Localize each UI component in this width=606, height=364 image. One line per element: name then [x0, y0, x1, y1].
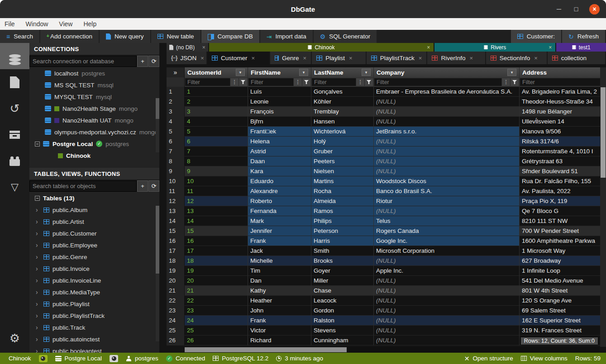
grid-cell-last[interactable]: Peterson	[311, 226, 374, 236]
grid-cell-id[interactable]: 20	[185, 276, 248, 286]
table-item-public-genre[interactable]: ›public.Genre	[29, 251, 159, 263]
status-theme[interactable]	[110, 355, 118, 362]
table-item-public-customer[interactable]: ›public.Customer	[29, 227, 159, 239]
row-number[interactable]: 1	[167, 87, 185, 97]
grid-cell-address[interactable]: Ullevĺlsveien 14	[520, 117, 606, 127]
grid-cell-company[interactable]: (NULL)	[374, 147, 520, 156]
close-icon[interactable]: ×	[549, 44, 552, 51]
grid-cell-company[interactable]: Microsoft Corporation	[374, 246, 520, 256]
grid-cell-last[interactable]: Harris	[311, 236, 374, 246]
tab-close-icon[interactable]: ×	[252, 55, 255, 61]
filter-funnel-button[interactable]	[302, 78, 310, 86]
grid-cell-last[interactable]: Rocha	[311, 186, 374, 196]
row-number[interactable]: 21	[167, 286, 185, 296]
row-number[interactable]: 9	[167, 166, 185, 176]
grid-cell-id[interactable]: 15	[185, 226, 248, 236]
grid-cell-last[interactable]: Hansen	[311, 117, 374, 127]
row-number[interactable]: 15	[167, 226, 185, 236]
column-dropdown-icon[interactable]: ▾	[299, 69, 308, 76]
tables-scrollbar[interactable]	[156, 206, 159, 341]
sidebar-item-connections[interactable]	[0, 43, 29, 69]
grid-cell-company[interactable]: (NULL)	[374, 286, 520, 296]
row-number[interactable]: 4	[167, 117, 185, 127]
connection-item-chinook[interactable]: Chinook	[29, 150, 159, 161]
status-view-columns[interactable]: View columns	[521, 355, 568, 362]
grid-cell-company[interactable]: Riotur	[374, 196, 520, 206]
grid-cell-first[interactable]: Dan	[248, 276, 311, 286]
tab-genre[interactable]: Genre×	[270, 52, 312, 64]
table-item-public-employee[interactable]: ›public.Employee	[29, 239, 159, 251]
grid-cell-address[interactable]: 1498 rue Bélanger	[520, 107, 606, 117]
row-number[interactable]: 2	[167, 97, 185, 107]
row-number[interactable]: 16	[167, 236, 185, 246]
grid-cell-company[interactable]: Embraer - Empresa Brasileira de Aeronáut…	[374, 87, 520, 97]
grid-cell-first[interactable]: Astrid	[248, 147, 311, 156]
grid-cell-id[interactable]: 24	[185, 316, 248, 326]
column-header-customerid[interactable]: CustomerId▾	[185, 67, 248, 77]
menu-item-view[interactable]: View	[59, 20, 72, 28]
grid-cell-first[interactable]: Helena	[248, 137, 311, 147]
grid-cell-company[interactable]: Telus	[374, 216, 520, 226]
sidebar-item-plugins[interactable]	[0, 148, 29, 174]
grid-cell-address[interactable]: 541 Del Medio Avenue	[520, 276, 606, 286]
sidebar-item-archive[interactable]	[0, 122, 29, 148]
tables-search-input[interactable]	[29, 180, 137, 192]
grid-cell-company[interactable]: (NULL)	[374, 296, 520, 306]
grid-cell-first[interactable]: Eduardo	[248, 176, 311, 186]
row-number[interactable]: 8	[167, 156, 185, 166]
grid-cell-first[interactable]: Jennifer	[248, 226, 311, 236]
grid-cell-first[interactable]: Kathy	[248, 286, 311, 296]
grid-cell-first[interactable]: John	[248, 306, 311, 316]
grid-cell-company[interactable]: Google Inc.	[374, 236, 520, 246]
row-number[interactable]: 18	[167, 256, 185, 266]
grid-cell-id[interactable]: 5	[185, 127, 248, 137]
grid-cell-id[interactable]: 19	[185, 266, 248, 276]
grid-cell-last[interactable]: Gonçalves	[311, 87, 374, 97]
chevron-right-icon[interactable]: ›	[36, 277, 40, 284]
filter-menu-button[interactable]: ⋮	[293, 78, 302, 86]
grid-cell-id[interactable]: 11	[185, 186, 248, 196]
row-number[interactable]: 6	[167, 137, 185, 147]
chevron-right-icon[interactable]: ›	[36, 312, 40, 319]
chevron-right-icon[interactable]: ›	[36, 206, 40, 213]
chevron-right-icon[interactable]: ›	[36, 265, 40, 272]
grid-cell-company[interactable]: Woodstock Discos	[374, 176, 520, 186]
grid-cell-address[interactable]: Rua Dr. Falcão Filho, 155	[520, 176, 606, 186]
column-dropdown-icon[interactable]: ▾	[236, 69, 245, 76]
tab-close-icon[interactable]: ×	[534, 55, 538, 61]
grid-cell-id[interactable]: 8	[185, 156, 248, 166]
status-open-structure[interactable]: ✕Open structure	[464, 355, 513, 362]
status-rows-59[interactable]: Rows: 59	[575, 355, 601, 362]
tab-collection[interactable]: collection	[548, 52, 606, 64]
grid-cell-first[interactable]: Jack	[248, 246, 311, 256]
grid-cell-company[interactable]: (NULL)	[374, 306, 520, 316]
tables-group[interactable]: Tables (13)	[29, 192, 159, 204]
grid-cell-company[interactable]: Apple Inc.	[374, 266, 520, 276]
grid-cell-address[interactable]: 1600 Amphitheatre Parkwa	[520, 236, 606, 246]
grid-cell-first[interactable]: Daan	[248, 156, 311, 166]
grid-cell-address[interactable]: Av. Paulista, 2022	[520, 186, 606, 196]
grid-cell-address[interactable]: 319 N. Frances Street	[520, 326, 606, 336]
grid-cell-id[interactable]: 7	[185, 147, 248, 156]
grid-cell-last[interactable]: Wichterlová	[311, 127, 374, 137]
toolbar-button-sql-generator[interactable]: ⚙SQL Generator	[314, 30, 377, 43]
tab-sectioninfo[interactable]: SectionInfo×	[486, 52, 548, 64]
row-number[interactable]: 26	[167, 336, 185, 345]
grid-cell-last[interactable]: Martins	[311, 176, 374, 186]
close-icon[interactable]: ×	[202, 44, 205, 51]
grid-corner-cell[interactable]: »	[167, 67, 185, 77]
toolbar-button-new-query[interactable]: New query	[100, 30, 150, 43]
grid-cell-id[interactable]: 6	[185, 137, 248, 147]
chevron-right-icon[interactable]: ›	[36, 241, 40, 249]
tab-riverinfo[interactable]: RiverInfo×	[427, 52, 486, 64]
grid-cell-last[interactable]: Gordon	[311, 306, 374, 316]
grid-cell-id[interactable]: 21	[185, 286, 248, 296]
tab-json[interactable]: {··}JSON×	[167, 52, 207, 64]
column-dropdown-icon[interactable]: ▾	[507, 69, 516, 76]
connection-item-postgre-local[interactable]: Postgre Local✓postgres	[29, 138, 159, 150]
row-number[interactable]: 11	[167, 186, 185, 196]
grid-cell-last[interactable]: Leacock	[311, 296, 374, 306]
maximize-button[interactable]: □	[572, 5, 580, 13]
filter-input[interactable]	[312, 78, 356, 86]
grid-cell-id[interactable]: 18	[185, 256, 248, 266]
